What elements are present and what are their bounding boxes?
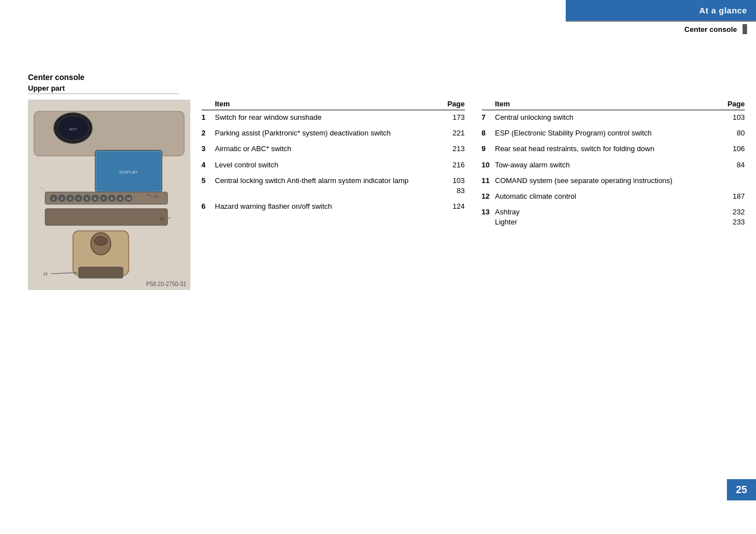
header-title: At a glance: [566, 0, 756, 21]
header-area: At a glance Center console: [566, 0, 756, 36]
table-row: 5Central locking switch Anti-theft alarm…: [201, 176, 465, 196]
row-description: AshtrayLighter: [495, 207, 723, 227]
header-subtitle-bar: Center console: [566, 21, 756, 36]
content-area: Center console Upper part INST DISPLAY: [28, 73, 745, 290]
row-description: COMAND system (see separate operating in…: [495, 176, 723, 186]
svg-rect-31: [45, 209, 167, 226]
svg-text:INST: INST: [69, 128, 77, 131]
image-caption: P58.20-2750-31: [146, 281, 186, 287]
left-table-rows: 1Switch for rear window sunshade1732Park…: [201, 113, 465, 212]
row-description: Tow-away alarm switch: [495, 160, 723, 170]
row-number: 11: [482, 176, 495, 186]
row-number: 4: [201, 160, 215, 170]
left-col-page-header: Page: [443, 100, 465, 108]
table-row: 2Parking assist (Parktronic* system) dea…: [201, 128, 465, 138]
row-number: 9: [482, 144, 495, 154]
row-page: 10383: [443, 176, 465, 196]
row-description: Hazard warning flasher on/off switch: [215, 202, 443, 212]
row-page: 80: [722, 128, 745, 138]
right-col-item-header: Item: [495, 100, 723, 108]
row-number: 1: [201, 113, 215, 123]
row-description: Central locking switch Anti-theft alarm …: [215, 176, 443, 196]
left-col-num-header: [201, 100, 215, 108]
car-interior-svg: INST DISPLAY 1 2 3 4 5 6: [29, 100, 190, 289]
table-row: 1Switch for rear window sunshade173: [201, 113, 465, 123]
row-description: ESP (Electronic Stability Program) contr…: [495, 128, 723, 138]
row-page: 173: [443, 113, 465, 123]
section-title: Center console: [28, 73, 745, 82]
left-col-item-header: Item: [215, 100, 443, 108]
row-description: Central unlocking switch: [495, 113, 723, 123]
main-layout: INST DISPLAY 1 2 3 4 5 6: [28, 100, 745, 290]
row-description: Level control switch: [215, 160, 443, 170]
table-row: 4Level control switch216: [201, 160, 465, 170]
page-number: 25: [727, 479, 756, 500]
table-row: 8ESP (Electronic Stability Program) cont…: [482, 128, 745, 138]
table-row: 7Central unlocking switch103: [482, 113, 745, 123]
row-number: 2: [201, 128, 215, 138]
left-table: Item Page 1Switch for rear window sunsha…: [201, 100, 465, 290]
row-number: 8: [482, 128, 495, 138]
header-subtitle: Center console: [684, 25, 737, 34]
row-page: 124: [443, 202, 465, 212]
row-description: Automatic climate control: [495, 191, 723, 202]
svg-text:2: 2: [61, 197, 63, 200]
row-page: 84: [722, 160, 745, 170]
svg-text:7: 7: [102, 197, 104, 200]
car-image: INST DISPLAY 1 2 3 4 5 6: [28, 100, 190, 290]
table-row: 3Airmatic or ABC* switch213: [201, 144, 465, 154]
row-number: 12: [482, 191, 495, 202]
row-page: 213: [443, 144, 465, 154]
right-table-rows: 7Central unlocking switch1038ESP (Electr…: [482, 113, 745, 228]
svg-text:13: 13: [43, 272, 48, 276]
svg-text:10: 10: [126, 197, 130, 200]
svg-rect-37: [78, 267, 123, 278]
svg-text:11: 11: [154, 194, 159, 198]
row-description: Parking assist (Parktronic* system) deac…: [215, 128, 443, 138]
header-bar-icon: [743, 24, 747, 34]
row-page: 103: [722, 113, 745, 123]
row-number: 3: [201, 144, 215, 154]
table-row: 6Hazard warning flasher on/off switch124: [201, 202, 465, 212]
right-col-num-header: [482, 100, 495, 108]
row-number: 7: [482, 113, 495, 123]
table-row: 11COMAND system (see separate operating …: [482, 176, 745, 186]
right-table: Item Page 7Central unlocking switch1038E…: [482, 100, 745, 290]
row-number: 10: [482, 160, 495, 170]
row-number: 13: [482, 207, 495, 227]
table-row: 10Tow-away alarm switch84: [482, 160, 745, 170]
section-subtitle: Upper part: [28, 84, 179, 94]
right-col-page-header: Page: [722, 100, 745, 108]
row-page: [722, 176, 745, 186]
row-description: Rear seat head restraints, switch for fo…: [495, 144, 723, 154]
table-row: 13AshtrayLighter232233: [482, 207, 745, 227]
svg-text:DISPLAY: DISPLAY: [119, 170, 138, 175]
row-page: 187: [722, 191, 745, 202]
row-number: 6: [201, 202, 215, 212]
row-number: 5: [201, 176, 215, 196]
row-page: 232233: [722, 207, 745, 227]
row-page: 216: [443, 160, 465, 170]
row-description: Airmatic or ABC* switch: [215, 144, 443, 154]
row-page: 106: [722, 144, 745, 154]
left-table-header: Item Page: [201, 100, 465, 110]
svg-point-36: [94, 236, 107, 245]
row-description: Switch for rear window sunshade: [215, 113, 443, 123]
row-page: 221: [443, 128, 465, 138]
svg-text:12: 12: [159, 217, 164, 221]
table-row: 12Automatic climate control187: [482, 191, 745, 202]
right-table-header: Item Page: [482, 100, 745, 110]
tables-area: Item Page 1Switch for rear window sunsha…: [201, 100, 745, 290]
table-row: 9Rear seat head restraints, switch for f…: [482, 144, 745, 154]
